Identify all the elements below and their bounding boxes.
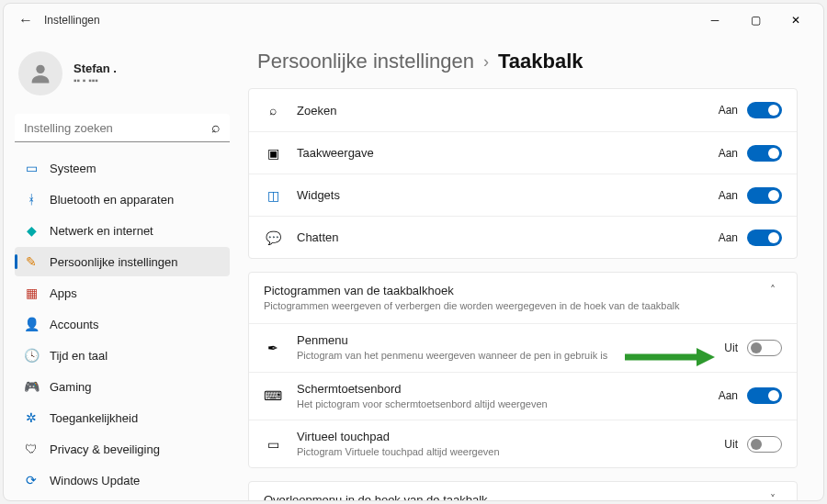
- chevron-down-icon: ˅: [764, 493, 782, 500]
- profile-name: Stefan .: [74, 62, 117, 75]
- close-button[interactable]: ✕: [776, 6, 816, 35]
- chevron-right-icon: ›: [483, 52, 489, 72]
- settings-window: ← Instellingen ─ ▢ ✕ Stefan . ▪▪ ▪ ▪▪▪ ⌕: [3, 3, 824, 501]
- breadcrumb-current: Taakbalk: [498, 50, 583, 73]
- search-icon: ⌕: [211, 119, 221, 136]
- gamepad-icon: 🎮: [24, 379, 39, 394]
- taskbar-items-card: ⌕ Zoeken Aan ▣ Taakweergave Aan ◫ Widget…: [248, 88, 798, 259]
- row-touchpad[interactable]: ▭ Virtueel touchpad Pictogram Virtuele t…: [249, 420, 797, 467]
- touchpad-icon: ▭: [264, 435, 282, 454]
- main-panel: Persoonlijke instellingen › Taakbalk ⌕ Z…: [241, 37, 823, 500]
- nav-gaming[interactable]: 🎮Gaming: [15, 372, 230, 401]
- profile-sub: ▪▪ ▪ ▪▪▪: [74, 75, 117, 85]
- overflow-section: Overloopmenu in de hoek van de taakbalk …: [248, 481, 798, 500]
- apps-icon: ▦: [24, 286, 39, 300]
- minimize-button[interactable]: ─: [695, 6, 735, 35]
- nav: ▭Systeem ᚼBluetooth en apparaten ◆Netwer…: [15, 153, 230, 495]
- nav-accessibility[interactable]: ✲Toegankelijkheid: [15, 403, 230, 432]
- keyboard-icon: ⌨: [264, 386, 282, 405]
- search-icon: ⌕: [264, 101, 282, 119]
- nav-update[interactable]: ⟳Windows Update: [15, 465, 230, 495]
- toggle-touchpad[interactable]: [747, 436, 782, 453]
- chevron-up-icon: ˄: [764, 284, 782, 297]
- row-widgets[interactable]: ◫ Widgets Aan: [249, 174, 797, 216]
- display-icon: ▭: [24, 161, 39, 175]
- toggle-chat[interactable]: [747, 230, 782, 246]
- nav-time[interactable]: 🕓Tijd en taal: [15, 341, 230, 370]
- chat-icon: 💬: [264, 229, 282, 247]
- toggle-pen[interactable]: [747, 340, 782, 356]
- titlebar: ← Instellingen ─ ▢ ✕: [4, 4, 823, 37]
- nav-accounts[interactable]: 👤Accounts: [15, 309, 230, 339]
- update-icon: ⟳: [24, 473, 39, 487]
- person-icon: 👤: [24, 317, 39, 331]
- row-keyboard[interactable]: ⌨ Schermtoetsenbord Het pictogram voor s…: [249, 372, 797, 420]
- back-button[interactable]: ←: [11, 12, 40, 28]
- toggle-keyboard[interactable]: [747, 387, 782, 404]
- corner-icons-section: Pictogrammen van de taakbalkhoek Pictogr…: [248, 272, 798, 468]
- nav-network[interactable]: ◆Netwerk en internet: [15, 216, 230, 245]
- nav-apps[interactable]: ▦Apps: [15, 278, 230, 308]
- window-title: Instellingen: [44, 14, 100, 27]
- pen-icon: ✒: [264, 339, 282, 357]
- avatar: [18, 51, 62, 95]
- accessibility-icon: ✲: [24, 410, 39, 425]
- nav-bluetooth[interactable]: ᚼBluetooth en apparaten: [15, 185, 230, 214]
- breadcrumb: Persoonlijke instellingen › Taakbalk: [248, 44, 798, 88]
- toggle-taskview[interactable]: [747, 145, 782, 162]
- search-box[interactable]: ⌕: [15, 114, 230, 142]
- nav-personalization[interactable]: ✎Persoonlijke instellingen: [15, 247, 230, 276]
- brush-icon: ✎: [24, 254, 39, 269]
- nav-privacy[interactable]: 🛡Privacy & beveiliging: [15, 434, 230, 464]
- row-taskview[interactable]: ▣ Taakweergave Aan: [249, 131, 797, 174]
- sidebar: Stefan . ▪▪ ▪ ▪▪▪ ⌕ ▭Systeem ᚼBluetooth …: [4, 37, 241, 500]
- taskview-icon: ▣: [264, 144, 282, 162]
- svg-point-0: [36, 65, 44, 73]
- maximize-button[interactable]: ▢: [735, 6, 776, 35]
- nav-system[interactable]: ▭Systeem: [15, 153, 230, 183]
- widgets-icon: ◫: [264, 186, 282, 205]
- overflow-header[interactable]: Overloopmenu in de hoek van de taakbalk …: [249, 482, 797, 500]
- clock-icon: 🕓: [24, 348, 39, 363]
- row-search[interactable]: ⌕ Zoeken Aan: [249, 89, 797, 131]
- breadcrumb-parent[interactable]: Persoonlijke instellingen: [257, 50, 474, 73]
- row-pen[interactable]: ✒ Penmenu Pictogram van het penmenu weer…: [249, 323, 797, 371]
- profile[interactable]: Stefan . ▪▪ ▪ ▪▪▪: [15, 44, 230, 110]
- bluetooth-icon: ᚼ: [24, 192, 39, 207]
- corner-icons-header[interactable]: Pictogrammen van de taakbalkhoek Pictogr…: [249, 273, 797, 323]
- toggle-search[interactable]: [747, 102, 782, 118]
- row-chat[interactable]: 💬 Chatten Aan: [249, 216, 797, 258]
- toggle-widgets[interactable]: [747, 187, 782, 204]
- search-input[interactable]: [24, 121, 211, 135]
- wifi-icon: ◆: [24, 223, 39, 238]
- shield-icon: 🛡: [24, 442, 39, 456]
